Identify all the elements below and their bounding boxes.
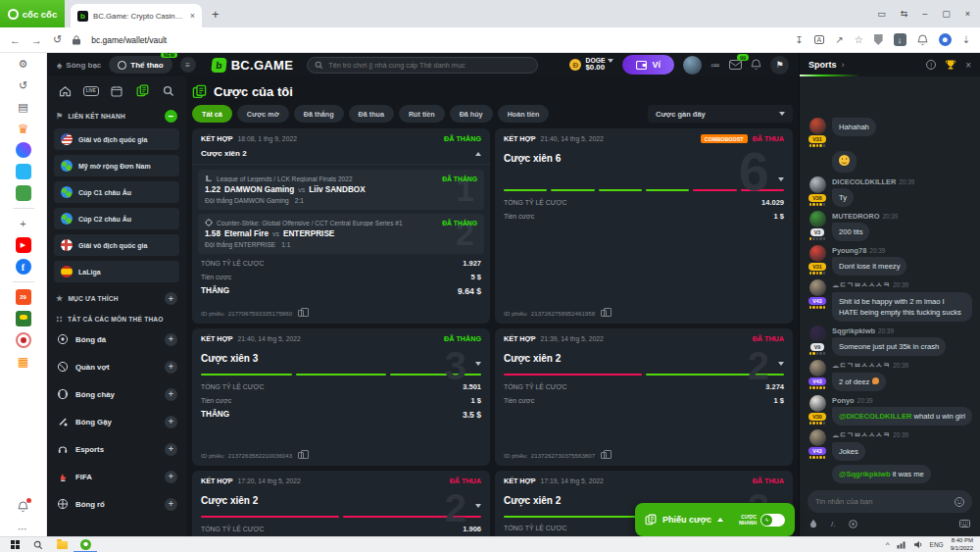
sidebar-quick-link[interactable]: Giải vô địch quốc gia bbox=[54, 234, 179, 256]
copy-icon[interactable] bbox=[298, 310, 304, 317]
history-icon[interactable]: ↺ bbox=[16, 77, 31, 93]
bell-icon[interactable] bbox=[751, 59, 761, 71]
browser-menu-button[interactable]: cốc cốc bbox=[0, 0, 65, 27]
sidebar-quick-link[interactable]: Cúp C2 châu Âu bbox=[54, 208, 179, 229]
address-bar[interactable]: bc.game/wallet/vault bbox=[91, 35, 167, 45]
copy-icon[interactable] bbox=[601, 452, 607, 459]
coccoc-taskbar-icon[interactable] bbox=[74, 537, 97, 552]
promo-calendar-icon[interactable]: 29 bbox=[16, 289, 31, 305]
taskbar-clock[interactable]: 8:40 PM9/1/2022 bbox=[951, 537, 973, 552]
user-avatar[interactable] bbox=[809, 279, 826, 296]
filter-pill-4[interactable]: Rút tiền bbox=[399, 105, 445, 123]
wallet-button[interactable]: Ví bbox=[622, 55, 674, 75]
chat-app-icon[interactable] bbox=[16, 164, 31, 179]
filter-pill-3[interactable]: Đã thua bbox=[349, 105, 394, 123]
game-search-bar[interactable] bbox=[307, 57, 538, 74]
rain-tip-icon[interactable] bbox=[809, 519, 817, 528]
sidebar-quick-link[interactable]: Giải vô địch quốc gia bbox=[54, 128, 179, 150]
sidebar-quick-link[interactable]: LaLiga bbox=[54, 261, 179, 282]
home-icon[interactable] bbox=[58, 83, 73, 98]
copy-icon[interactable] bbox=[601, 310, 607, 317]
add-shortcut-icon[interactable]: + bbox=[16, 216, 31, 231]
browser-profile-avatar[interactable]: ☻ bbox=[939, 33, 952, 46]
reading-list-icon[interactable]: ▤ bbox=[16, 99, 31, 115]
games-icon[interactable] bbox=[16, 185, 31, 201]
tab-layout-icon[interactable]: ▭ bbox=[877, 9, 886, 19]
bookmark-star-icon[interactable]: ☆ bbox=[855, 34, 863, 45]
chat-toggle-icon[interactable]: ⚑ bbox=[770, 56, 789, 75]
more-icon[interactable]: ⋯ bbox=[16, 521, 31, 536]
promo-cart-icon[interactable]: ▦ bbox=[16, 354, 31, 370]
file-explorer-icon[interactable] bbox=[50, 537, 74, 552]
tray-expand-icon[interactable]: ^ bbox=[886, 540, 890, 549]
bet-name-row[interactable]: Cược xiên 66 bbox=[495, 146, 793, 187]
sidebar-sport-item[interactable]: Esports+ bbox=[54, 438, 179, 460]
crown-icon[interactable]: ♛ bbox=[16, 121, 31, 136]
chevron-right-icon[interactable]: › bbox=[842, 60, 845, 70]
trophy-icon[interactable] bbox=[945, 59, 956, 71]
sidebar-bell-icon[interactable] bbox=[16, 499, 31, 515]
user-avatar[interactable] bbox=[809, 326, 826, 342]
filter-pill-1[interactable]: Cược mở bbox=[237, 105, 289, 123]
filter-pill-6[interactable]: Hoàn tiền bbox=[498, 105, 550, 123]
messenger-icon[interactable] bbox=[16, 142, 31, 158]
reload-button[interactable]: ↺ bbox=[53, 33, 62, 46]
chat-rules-icon[interactable]: ! bbox=[926, 60, 936, 70]
user-avatar[interactable] bbox=[809, 395, 826, 412]
coin-drop-icon[interactable] bbox=[849, 520, 858, 528]
collapse-quick-links-button[interactable]: – bbox=[165, 110, 177, 123]
translate-icon[interactable]: A bbox=[814, 35, 825, 44]
emoji-picker-icon[interactable] bbox=[955, 497, 964, 507]
filter-pill-2[interactable]: Đã thắng bbox=[294, 105, 344, 123]
sidebar-sport-item[interactable]: Bóng đá+ bbox=[54, 328, 179, 350]
settings-gear-icon[interactable]: ⚙ bbox=[16, 56, 31, 72]
sidebar-quick-link[interactable]: Mỹ mở rộng Đơn Nam bbox=[54, 155, 179, 176]
expand-sport-button[interactable]: + bbox=[165, 471, 177, 483]
add-favorite-button[interactable]: + bbox=[165, 292, 177, 305]
youtube-icon[interactable]: ▶ bbox=[16, 237, 31, 253]
taskbar-search-icon[interactable] bbox=[26, 537, 50, 552]
sidebar-sport-item[interactable]: Bóng chày+ bbox=[54, 383, 179, 405]
notification-bell-icon[interactable] bbox=[917, 34, 928, 46]
window-minimize-button[interactable]: – bbox=[922, 9, 927, 19]
filter-pill-5[interactable]: Đã hủy bbox=[450, 105, 493, 123]
search-input[interactable] bbox=[328, 61, 530, 70]
copy-icon[interactable] bbox=[298, 452, 304, 459]
tab-close-icon[interactable]: × bbox=[190, 11, 195, 21]
window-restore-button[interactable]: ▢ bbox=[942, 9, 951, 19]
balance-selector[interactable]: Đ DOGE $0.00 bbox=[569, 57, 613, 73]
bet-name-row[interactable]: Cược xiên 2 bbox=[192, 146, 490, 165]
sidebar-sport-item[interactable]: Bóng Gậy+ bbox=[54, 411, 179, 432]
sort-select[interactable]: Cược gần đây bbox=[648, 105, 793, 123]
chat-room-tab[interactable]: Sports bbox=[808, 60, 837, 70]
user-avatar[interactable] bbox=[809, 360, 826, 376]
user-avatar[interactable] bbox=[809, 211, 826, 227]
betslip-button[interactable]: Phiếu cược CƯỢCNHANH ϟ bbox=[635, 503, 795, 536]
share-icon[interactable]: ↗ bbox=[835, 34, 843, 45]
inbox-button[interactable]: 99 bbox=[729, 60, 742, 70]
facebook-icon[interactable]: f bbox=[16, 259, 31, 275]
back-button[interactable]: ← bbox=[10, 34, 21, 46]
bet-name-row[interactable]: Cược xiên 33 bbox=[192, 346, 490, 372]
close-chat-icon[interactable]: × bbox=[965, 60, 971, 71]
promo-dart-icon[interactable] bbox=[16, 332, 31, 348]
sidebar-search-icon[interactable] bbox=[161, 83, 175, 98]
gif-keyboard-icon[interactable] bbox=[959, 520, 970, 527]
expand-sport-button[interactable]: + bbox=[165, 443, 177, 456]
slash-command-icon[interactable]: /. bbox=[831, 520, 835, 528]
shield-icon[interactable] bbox=[874, 34, 883, 45]
user-avatar[interactable] bbox=[809, 429, 826, 446]
filter-pill-0[interactable]: Tất cả bbox=[192, 105, 232, 123]
expand-sport-button[interactable]: + bbox=[165, 388, 177, 401]
network-icon[interactable] bbox=[897, 540, 906, 549]
sidebar-sport-item[interactable]: FIFA+ bbox=[54, 466, 179, 487]
my-bets-icon[interactable] bbox=[135, 83, 150, 98]
bet-name-row[interactable]: Cược xiên 22 bbox=[495, 346, 793, 372]
downloader-icon[interactable]: ↓ bbox=[894, 33, 906, 46]
sidebar-sport-item[interactable]: Bóng rổ+ bbox=[54, 493, 179, 515]
user-avatar[interactable] bbox=[683, 56, 702, 75]
list-menu-icon[interactable]: ≔ bbox=[710, 60, 720, 71]
expand-sport-button[interactable]: + bbox=[165, 333, 177, 346]
download-page-icon[interactable]: ↧ bbox=[795, 34, 803, 45]
sidebar-sport-item[interactable]: Quần vợt+ bbox=[54, 356, 179, 377]
